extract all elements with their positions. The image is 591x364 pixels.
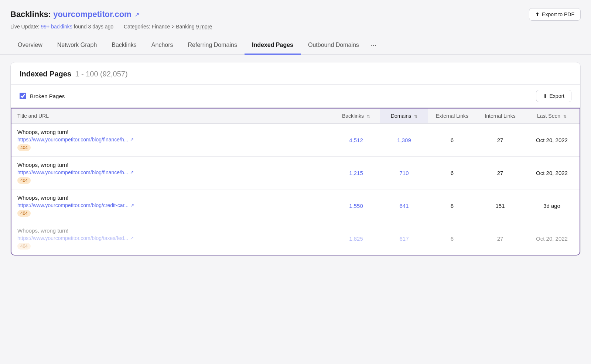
col-header-title-url[interactable]: Title and URL [11, 109, 332, 124]
domains-value-3: 617 [399, 236, 409, 242]
cell-backlinks-3: 1,825 [332, 222, 380, 255]
domains-value-0: 1,309 [397, 137, 411, 143]
badge-404-0: 404 [17, 144, 31, 151]
export-label: Export [550, 93, 564, 99]
export-pdf-button[interactable]: ⬆ Export to PDF [529, 8, 581, 21]
title-domain: yourcompetitor.com [53, 10, 131, 19]
badge-404-2: 404 [17, 210, 31, 217]
categories-text: Categories: Finance > Banking 9 more [124, 24, 212, 30]
cell-external-2: 8 [428, 189, 476, 222]
cell-domains-0: 1,309 [380, 124, 428, 157]
title-left: Backlinks: yourcompetitor.com ↗ [10, 10, 139, 19]
external-value-0: 6 [451, 137, 454, 143]
lastseen-value-1: Oct 20, 2022 [536, 170, 568, 176]
external-value-1: 6 [451, 170, 454, 176]
broken-pages-checkbox[interactable] [20, 93, 26, 99]
nav-more-button[interactable]: ··· [366, 36, 381, 54]
table-header-row: Title and URL Backlinks ⇅ Domains ⇅ [11, 109, 580, 124]
cell-lastseen-2: 3d ago [524, 189, 580, 222]
row-url-1[interactable]: https://www.yourcompetitor.com/blog/fina… [17, 169, 134, 175]
sort-icon-lastseen: ⇅ [563, 114, 567, 119]
tab-overview[interactable]: Overview [10, 37, 50, 55]
domains-value-1: 710 [399, 170, 409, 176]
col-header-last-seen[interactable]: Last Seen ⇅ [524, 109, 580, 124]
page-title: Backlinks: yourcompetitor.com [10, 10, 131, 19]
cell-external-1: 6 [428, 157, 476, 189]
tab-indexed-pages[interactable]: Indexed Pages [245, 37, 301, 55]
tab-referring-domains[interactable]: Referring Domains [181, 37, 245, 55]
backlinks-link[interactable]: 99+ backlinks [41, 24, 74, 30]
tab-outbound-domains[interactable]: Outbound Domains [301, 37, 366, 55]
row-title-2: Whoops, wrong turn! [17, 195, 326, 201]
header-section: Backlinks: yourcompetitor.com ↗ ⬆ Export… [0, 0, 591, 30]
external-link-icon[interactable]: ↗ [134, 11, 139, 18]
cell-title-url-0: Whoops, wrong turn! https://www.yourcomp… [11, 124, 332, 157]
table-body: Whoops, wrong turn! https://www.yourcomp… [11, 124, 580, 255]
cell-internal-0: 27 [476, 124, 524, 157]
cell-lastseen-1: Oct 20, 2022 [524, 157, 580, 189]
backlinks-value-3: 1,825 [349, 236, 363, 242]
row-url-0[interactable]: https://www.yourcompetitor.com/blog/fina… [17, 137, 134, 142]
cell-domains-2: 641 [380, 189, 428, 222]
col-header-domains[interactable]: Domains ⇅ [380, 109, 428, 124]
row-title-1: Whoops, wrong turn! [17, 162, 326, 168]
export-button[interactable]: ⬆ Export [536, 90, 571, 102]
col-header-internal-links: Internal Links [476, 109, 524, 124]
lastseen-value-0: Oct 20, 2022 [536, 137, 568, 143]
cell-external-0: 6 [428, 124, 476, 157]
cell-external-3: 6 [428, 222, 476, 255]
row-title-0: Whoops, wrong turn! [17, 129, 326, 135]
upload-icon: ⬆ [535, 11, 540, 17]
card-header: Indexed Pages 1 - 100 (92,057) [11, 62, 580, 85]
title-prefix: Backlinks: [10, 10, 51, 19]
row-url-ext-icon-1: ↗ [130, 170, 134, 175]
indexed-pages-table: Title and URL Backlinks ⇅ Domains ⇅ [11, 109, 580, 255]
col-header-external-links: External Links [428, 109, 476, 124]
tab-network-graph[interactable]: Network Graph [50, 37, 105, 55]
row-url-2[interactable]: https://www.yourcompetitor.com/blog/cred… [17, 202, 134, 208]
col-header-backlinks[interactable]: Backlinks ⇅ [332, 109, 380, 124]
tab-backlinks[interactable]: Backlinks [104, 37, 144, 55]
cell-internal-3: 27 [476, 222, 524, 255]
subtitle-row: Live Update: 99+ backlinks found 3 days … [10, 24, 581, 30]
page-wrapper: Backlinks: yourcompetitor.com ↗ ⬆ Export… [0, 0, 591, 364]
section-title: Indexed Pages [20, 70, 71, 78]
backlinks-value-0: 4,512 [349, 137, 363, 143]
row-url-ext-icon-2: ↗ [130, 203, 134, 208]
cell-title-url-2: Whoops, wrong turn! https://www.yourcomp… [11, 189, 332, 222]
external-value-2: 8 [451, 203, 454, 209]
row-title-3: Whoops, wrong turn! [17, 227, 326, 234]
cell-domains-1: 710 [380, 157, 428, 189]
title-row: Backlinks: yourcompetitor.com ↗ ⬆ Export… [10, 8, 581, 21]
internal-value-0: 27 [497, 137, 503, 143]
sort-icon-domains: ⇅ [414, 114, 417, 119]
cell-backlinks-0: 4,512 [332, 124, 380, 157]
export-pdf-label: Export to PDF [542, 11, 574, 17]
card-toolbar: Broken Pages ⬆ Export [11, 85, 580, 108]
table-row: Whoops, wrong turn! https://www.yourcomp… [11, 124, 580, 157]
cell-title-url-1: Whoops, wrong turn! https://www.yourcomp… [11, 157, 332, 189]
live-update-text: Live Update: 99+ backlinks found 3 days … [10, 24, 113, 30]
internal-value-1: 27 [497, 170, 503, 176]
more-link[interactable]: 9 more [196, 24, 212, 30]
cell-backlinks-2: 1,550 [332, 189, 380, 222]
lastseen-value-2: 3d ago [543, 203, 560, 209]
main-content: Indexed Pages 1 - 100 (92,057) Broken Pa… [0, 55, 591, 263]
row-url-3[interactable]: https://www.yourcompetitor.com/blog/taxe… [17, 235, 134, 241]
cell-title-url-3: Whoops, wrong turn! https://www.yourcomp… [11, 222, 332, 255]
cell-internal-2: 151 [476, 189, 524, 222]
cell-lastseen-0: Oct 20, 2022 [524, 124, 580, 157]
nav-tabs: Overview Network Graph Backlinks Anchors… [0, 36, 591, 55]
cell-internal-1: 27 [476, 157, 524, 189]
broken-pages-checkbox-label[interactable]: Broken Pages [20, 93, 65, 99]
sort-icon-backlinks: ⇅ [367, 114, 370, 119]
cell-domains-3: 617 [380, 222, 428, 255]
row-url-ext-icon-3: ↗ [130, 236, 134, 241]
tab-anchors[interactable]: Anchors [144, 37, 181, 55]
broken-pages-label: Broken Pages [30, 93, 65, 99]
cell-lastseen-3: Oct 20, 2022 [524, 222, 580, 255]
section-range: 1 - 100 (92,057) [75, 70, 127, 78]
table-row: Whoops, wrong turn! https://www.yourcomp… [11, 222, 580, 255]
export-upload-icon: ⬆ [543, 93, 547, 99]
domains-value-2: 641 [399, 203, 409, 209]
